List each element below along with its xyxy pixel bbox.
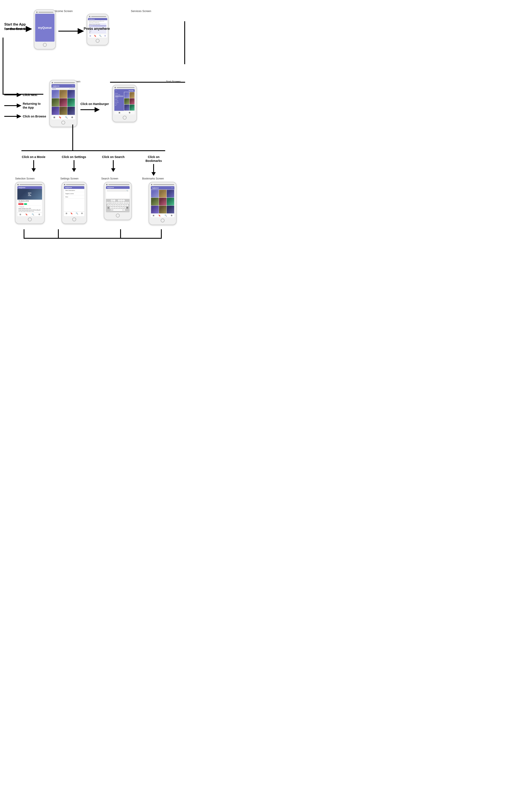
key-l[interactable]: L (126, 204, 128, 206)
movie-title: The Martian (2015) (18, 200, 41, 202)
bkmk-cell-4 (151, 198, 158, 205)
home-icon[interactable]: ⊞ (53, 116, 55, 118)
netflix-badge: NETFLIX (18, 203, 23, 205)
bkmk-home-icon[interactable]: ⊞ (153, 215, 154, 217)
key-h3[interactable]: H (119, 204, 121, 206)
key-w[interactable]: W (109, 202, 111, 204)
settings-icon[interactable]: ⚙ (71, 116, 73, 118)
bkmk-settings-icon[interactable]: ⚙ (171, 215, 172, 217)
key-f[interactable]: F (115, 204, 116, 206)
key-s[interactable]: S (110, 204, 112, 206)
down-arrow-bookmarks-icon (151, 164, 157, 176)
movie-cell-3 (68, 90, 75, 98)
tv-tab[interactable]: TV Shows (69, 88, 74, 89)
settings-suggest[interactable]: Suggest a service (64, 192, 84, 195)
key-b[interactable]: B (119, 207, 121, 209)
hulu-badge: hulu (24, 203, 27, 205)
hamburger-label: Click on Hamburger (80, 102, 109, 106)
search-app-bar: myQueue (106, 186, 130, 189)
settings-subscriptions[interactable]: Select Subscriptions (64, 189, 84, 192)
sel-home-icon[interactable]: ⊞ (20, 214, 21, 216)
key-t2[interactable]: T (116, 202, 118, 204)
keyboard-row-3: ⇧ Z X C V B N M ⌫ (107, 207, 129, 209)
key-g[interactable]: G (117, 204, 119, 206)
home-app-bar: myQueue ··· (52, 84, 75, 88)
settings-nav-bar: ⊞ 🔖 🔍 ⚙ (64, 211, 84, 215)
sel-app-name: myQueue (18, 187, 25, 188)
plot-summary: Plot Summary: An astronaut becomes stran… (18, 209, 41, 212)
bookmark-nav-icon: 🔖 (94, 35, 96, 37)
sort-content: Ratings Release Date Popular Certified A… (114, 92, 135, 111)
sel-settings-icon[interactable]: ⚙ (38, 214, 40, 216)
key-m[interactable]: M (124, 207, 126, 209)
key-o[interactable]: O (125, 202, 127, 204)
search-screen-label: Search Screen (101, 177, 129, 180)
movie-cell-8 (59, 107, 67, 115)
key-e2[interactable]: E (111, 202, 113, 204)
sort-action: Action (115, 98, 124, 100)
bkmk-bookmark-icon[interactable]: 🔖 (158, 215, 161, 217)
settings-bookmark-icon[interactable]: 🔖 (70, 212, 73, 215)
key-z[interactable]: Z (110, 207, 112, 209)
settings-home-icon[interactable]: ⊞ (65, 212, 68, 215)
sel-bookmark-icon[interactable]: 🔖 (25, 214, 28, 216)
hamburger-arrow-icon (80, 107, 100, 113)
key-q[interactable]: Q (107, 202, 109, 204)
movies-tab[interactable]: Movies (52, 88, 56, 89)
key-t[interactable]: T (118, 200, 120, 202)
sort-by-label: Sort By: (129, 90, 134, 91)
settings-about[interactable]: About (64, 195, 84, 199)
key-d[interactable]: D (112, 204, 114, 206)
key-n[interactable]: N (121, 207, 124, 209)
search-input-bar[interactable]: 🔍 (107, 189, 129, 192)
key-r[interactable]: R (113, 202, 115, 204)
sel-search-icon[interactable]: 🔍 (32, 214, 34, 216)
home-app-name: myQueue (53, 85, 59, 87)
sort-home-icon[interactable]: ⊞ (119, 112, 120, 114)
settings-gear-icon[interactable]: ⚙ (81, 212, 83, 215)
key-c[interactable]: C (115, 207, 116, 209)
movie-cell-9 (68, 107, 75, 115)
bkmk-movie-grid (151, 189, 174, 214)
movie-info: The Martian (2015) Available on NETFLIX … (17, 200, 42, 212)
bkmk-search-icon[interactable]: 🔍 (165, 215, 167, 217)
press-arrow-icon (58, 27, 84, 35)
key-enter[interactable]: ↵ (123, 209, 125, 211)
selection-phone: myQueue BRINGTHEHOME The Martian (2015) … (15, 182, 45, 224)
key-e[interactable]: e (123, 200, 125, 202)
search-glass-icon: 🔍 (127, 190, 128, 191)
bookmark-star-icon: ☆ (18, 206, 20, 208)
key-x[interactable]: X (112, 207, 114, 209)
key-k[interactable]: K (124, 204, 126, 206)
bkmk-cell-7 (151, 206, 158, 214)
bookmark-row: ☆ Bookmark (18, 205, 41, 208)
key-delete[interactable]: ⌫ (126, 207, 128, 209)
bkmk-nav-bar: ⊞ 🔖 🔍 ⚙ (151, 214, 174, 217)
key-space[interactable] (113, 209, 123, 211)
key-j[interactable]: J (121, 204, 124, 206)
settings-search-icon[interactable]: 🔍 (76, 212, 78, 215)
bkmk-cell-3 (167, 190, 174, 198)
bkmk-cell-9 (167, 206, 174, 214)
bookmark-icon[interactable]: 🔖 (59, 116, 61, 118)
key-u[interactable]: U (120, 202, 122, 204)
sort-settings-icon[interactable]: ⚙ (129, 112, 130, 114)
bookmark-label: Bookmark (20, 206, 24, 207)
key-shift[interactable]: ⇧ (108, 207, 109, 209)
key-h2[interactable]: h (120, 200, 122, 202)
home-nav-icon: ⊞ (90, 35, 91, 37)
key-h[interactable]: H (111, 200, 113, 202)
keyboard: H I T h e Q W E R T Y U (106, 199, 130, 212)
bkmk-cell-6 (167, 198, 174, 205)
key-a[interactable]: A (108, 204, 109, 206)
key-i2[interactable]: I (122, 202, 125, 204)
search-icon[interactable]: 🔍 (65, 116, 68, 118)
sort-ratings: Ratings (115, 93, 124, 94)
settings-phone: myQueue Select Subscriptions Suggest a s… (61, 182, 87, 224)
key-p[interactable]: P (127, 202, 129, 204)
key-v[interactable]: V (117, 207, 119, 209)
key-i[interactable]: I (113, 200, 115, 202)
key-123[interactable]: 123 (111, 209, 113, 211)
sort-romantic: Romantic (115, 101, 124, 103)
key-y[interactable]: Y (118, 202, 120, 204)
